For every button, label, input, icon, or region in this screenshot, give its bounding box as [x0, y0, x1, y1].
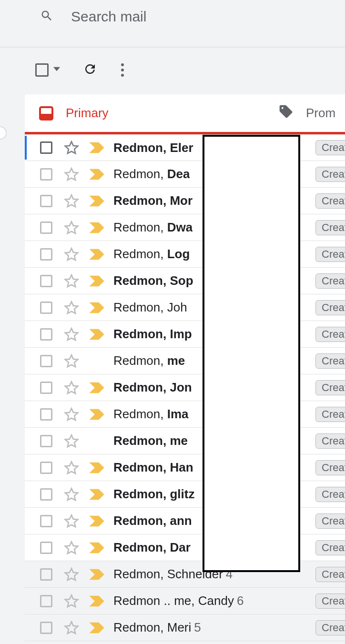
select-dropdown-caret[interactable]	[53, 66, 60, 74]
star-icon[interactable]	[64, 567, 79, 582]
row-checkbox[interactable]	[40, 355, 52, 367]
label-chip[interactable]: Creat	[315, 460, 345, 475]
row-checkbox[interactable]	[40, 515, 52, 527]
importance-marker-icon[interactable]	[89, 248, 105, 261]
row-checkbox[interactable]	[40, 595, 52, 607]
importance-marker-icon[interactable]	[89, 168, 105, 181]
label-chip[interactable]: Creat	[315, 140, 345, 155]
email-row[interactable]: Redmon .. me, Candy6Creat	[25, 588, 345, 614]
label-chip[interactable]: Creat	[315, 380, 345, 395]
row-checkbox[interactable]	[40, 382, 52, 394]
importance-marker-icon[interactable]	[89, 542, 105, 554]
importance-marker-icon[interactable]	[89, 488, 105, 501]
label-chip[interactable]: Creat	[315, 540, 345, 555]
sender: Redmon, Ima	[113, 407, 189, 422]
refresh-button[interactable]	[83, 62, 97, 78]
label-chip[interactable]: Creat	[315, 247, 345, 262]
label-chip[interactable]: Creat	[315, 220, 345, 235]
row-checkbox[interactable]	[40, 168, 52, 181]
row-checkbox[interactable]	[40, 302, 52, 314]
importance-marker-icon[interactable]	[89, 328, 105, 341]
more-options-button[interactable]	[121, 63, 124, 77]
sender: Redmon, me	[113, 433, 188, 448]
star-icon[interactable]	[64, 487, 79, 502]
email-row[interactable]: Redmon, Meri5Creat	[25, 614, 345, 641]
importance-marker-icon[interactable]	[89, 462, 105, 474]
label-chip[interactable]: Creat	[315, 353, 345, 369]
star-icon[interactable]	[64, 353, 79, 369]
star-icon[interactable]	[64, 540, 79, 555]
star-icon[interactable]	[64, 220, 79, 235]
sender: Redmon, Eler	[113, 141, 193, 155]
sender: Redmon .. me, Candy6	[113, 594, 244, 608]
importance-marker-icon[interactable]	[89, 275, 105, 287]
row-checkbox[interactable]	[40, 221, 52, 234]
star-icon[interactable]	[64, 460, 79, 475]
label-chip[interactable]: Creat	[315, 300, 345, 315]
toolbar	[35, 56, 124, 84]
label-chip[interactable]: Creat	[315, 620, 345, 635]
importance-marker-icon[interactable]	[89, 435, 105, 447]
row-checkbox[interactable]	[40, 248, 52, 261]
importance-marker-icon[interactable]	[89, 408, 105, 421]
importance-marker-icon[interactable]	[89, 355, 105, 367]
row-checkbox[interactable]	[40, 542, 52, 554]
label-chip[interactable]: Creat	[315, 513, 345, 529]
row-checkbox[interactable]	[40, 141, 52, 154]
select-all-checkbox[interactable]	[35, 63, 49, 77]
star-icon[interactable]	[64, 247, 79, 262]
label-chip[interactable]: Creat	[315, 193, 345, 209]
sender: Redmon, Sop	[113, 273, 193, 288]
label-chip[interactable]: Creat	[315, 433, 345, 449]
inbox-icon	[39, 106, 53, 121]
row-checkbox[interactable]	[40, 622, 52, 634]
row-checkbox[interactable]	[40, 435, 52, 447]
star-icon[interactable]	[64, 380, 79, 395]
importance-marker-icon[interactable]	[89, 622, 105, 634]
importance-marker-icon[interactable]	[89, 515, 105, 527]
importance-marker-icon[interactable]	[89, 568, 105, 581]
row-checkbox[interactable]	[40, 408, 52, 421]
importance-marker-icon[interactable]	[89, 382, 105, 394]
star-icon[interactable]	[64, 273, 79, 289]
importance-marker-icon[interactable]	[89, 221, 105, 234]
star-icon[interactable]	[64, 513, 79, 529]
label-chip[interactable]: Creat	[315, 594, 345, 609]
star-icon[interactable]	[64, 193, 79, 209]
star-icon[interactable]	[64, 407, 79, 422]
star-icon[interactable]	[64, 300, 79, 315]
row-checkbox[interactable]	[40, 488, 52, 501]
star-icon[interactable]	[64, 620, 79, 635]
label-chip[interactable]: Creat	[315, 407, 345, 422]
importance-marker-icon[interactable]	[89, 595, 105, 607]
side-panel-toggle[interactable]	[0, 126, 7, 140]
row-checkbox[interactable]	[40, 462, 52, 474]
sender: Redmon, glitz	[113, 487, 194, 502]
star-icon[interactable]	[64, 594, 79, 609]
sender: Redmon, Imp	[113, 327, 192, 342]
sender: Redmon, Joh	[113, 300, 187, 315]
row-checkbox[interactable]	[40, 328, 52, 341]
star-icon[interactable]	[64, 167, 79, 182]
label-chip[interactable]: Creat	[315, 567, 345, 582]
importance-marker-icon[interactable]	[89, 195, 105, 207]
label-chip[interactable]: Creat	[315, 487, 345, 502]
category-tabs: Primary Prom	[25, 94, 345, 134]
label-chip[interactable]: Creat	[315, 273, 345, 289]
row-checkbox[interactable]	[40, 275, 52, 287]
star-icon[interactable]	[64, 433, 79, 449]
tab-primary[interactable]: Primary	[39, 106, 109, 121]
search-bar[interactable]	[25, 0, 345, 33]
importance-marker-icon[interactable]	[89, 141, 105, 154]
label-chip[interactable]: Creat	[315, 167, 345, 182]
row-checkbox[interactable]	[40, 195, 52, 207]
sender: Redmon, ann	[113, 513, 192, 528]
search-input[interactable]	[70, 8, 299, 25]
row-checkbox[interactable]	[40, 568, 52, 581]
tab-promotions[interactable]: Prom	[278, 94, 335, 132]
importance-marker-icon[interactable]	[89, 302, 105, 314]
divider	[0, 47, 345, 48]
star-icon[interactable]	[64, 140, 79, 155]
star-icon[interactable]	[64, 327, 79, 342]
label-chip[interactable]: Creat	[315, 327, 345, 342]
